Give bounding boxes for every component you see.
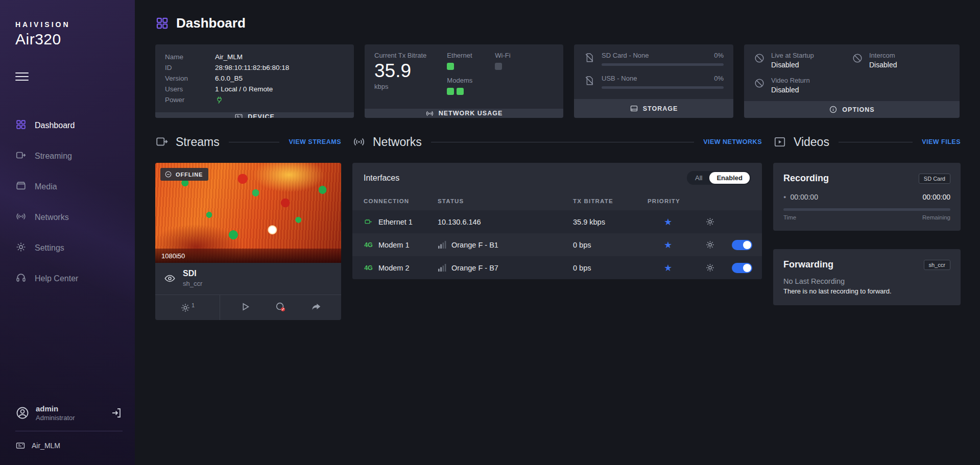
column-priority: PRIORITY xyxy=(648,198,688,204)
media-icon xyxy=(15,180,27,193)
sidebar-item-label: Settings xyxy=(35,243,64,253)
filter-all-button[interactable]: All xyxy=(688,172,709,184)
device-row[interactable]: Air_MLM xyxy=(15,440,123,451)
interfaces-title: Interfaces xyxy=(364,174,399,183)
live-at-startup-label: Live at Startup xyxy=(771,52,814,59)
stream-settings-button[interactable]: 1 xyxy=(155,295,220,320)
forwarding-title: Forwarding xyxy=(783,259,833,270)
device-name: Air_MLM xyxy=(32,442,60,450)
usb-percent: 0% xyxy=(714,75,724,82)
device-icon xyxy=(15,440,26,451)
signal-bars-icon xyxy=(438,263,446,272)
device-footer-label: DEVICE xyxy=(248,113,275,118)
ethernet-label: Ethernet xyxy=(447,52,472,59)
record-button[interactable] xyxy=(275,301,286,314)
storage-footer-button[interactable]: STORAGE xyxy=(574,99,733,118)
priority-star-icon[interactable]: ★ xyxy=(648,239,688,251)
logout-icon[interactable] xyxy=(110,407,123,419)
usb-icon xyxy=(584,75,595,86)
network-usage-footer-button[interactable]: NETWORK USAGE xyxy=(365,109,563,118)
storage-footer-label: STORAGE xyxy=(643,105,678,112)
interface-settings-button[interactable] xyxy=(688,240,732,250)
ethernet-status-indicator xyxy=(447,63,454,70)
forwarding-card: Forwarding sh_ccr No Last Recording Ther… xyxy=(773,249,961,305)
networks-panel: Networks VIEW NETWORKS Interfaces All En… xyxy=(352,133,762,320)
modem2-enable-toggle[interactable] xyxy=(732,263,752,273)
sidebar-item-networks[interactable]: Networks xyxy=(15,202,123,233)
view-streams-link[interactable]: VIEW STREAMS xyxy=(289,138,341,145)
view-files-link[interactable]: VIEW FILES xyxy=(922,138,961,145)
modem1-enable-toggle[interactable] xyxy=(732,240,752,250)
stream-subtitle: sh_ccr xyxy=(183,280,202,287)
app-window: HAIVISION Air320 Dashboard Streaming Med… xyxy=(0,0,980,465)
device-version-label: Version xyxy=(165,73,215,84)
avatar-icon xyxy=(15,406,30,420)
networks-title: Networks xyxy=(373,135,422,149)
recording-card: Recording SD Card ● 00:00:00 00:00:00 Ti… xyxy=(773,163,961,231)
stream-name: SDI xyxy=(183,269,202,278)
interface-status: Orange F - B7 xyxy=(451,264,498,272)
forwarding-subtitle: No Last Recording xyxy=(783,277,950,285)
4g-icon: 4G xyxy=(364,241,373,249)
streams-icon xyxy=(155,135,169,149)
intercom-value: Disabled xyxy=(869,61,897,69)
storage-card: SD Card - None 0% USB - None 0% xyxy=(574,44,733,118)
streams-panel: Streams VIEW STREAMS OFFLINE 1080i50 xyxy=(155,133,341,320)
4g-icon: 4G xyxy=(364,264,373,272)
interface-settings-button[interactable] xyxy=(688,263,732,273)
priority-star-icon[interactable]: ★ xyxy=(648,216,688,228)
sidebar-item-streaming[interactable]: Streaming xyxy=(15,141,123,172)
sidebar-item-label: Streaming xyxy=(35,152,72,161)
interface-name: Ethernet 1 xyxy=(378,218,413,226)
device-name-value: Air_MLM xyxy=(215,52,243,62)
sd-card-progress-bar xyxy=(602,63,724,66)
gear-icon xyxy=(705,263,715,273)
interface-status: Orange F - B1 xyxy=(451,241,498,249)
usb-label: USB - None xyxy=(602,75,637,82)
interface-bitrate: 35.9 kbps xyxy=(573,218,648,226)
options-footer-button[interactable]: OPTIONS xyxy=(744,101,960,118)
sidebar-item-media[interactable]: Media xyxy=(15,172,123,202)
sidebar-item-label: Help Center xyxy=(35,274,78,283)
dashboard-icon xyxy=(155,16,169,30)
user-role: Administrator xyxy=(36,414,75,422)
time-label: Time xyxy=(783,214,796,221)
headset-icon xyxy=(15,272,27,285)
sidebar-item-settings[interactable]: Settings xyxy=(15,233,123,263)
dashboard-icon xyxy=(15,119,27,132)
divider xyxy=(431,142,694,142)
live-at-startup-value: Disabled xyxy=(771,61,814,69)
play-button[interactable] xyxy=(240,301,251,314)
video-icon xyxy=(773,135,786,149)
gear-icon xyxy=(705,217,715,227)
forward-button[interactable] xyxy=(310,301,322,314)
sidebar-item-help-center[interactable]: Help Center xyxy=(15,263,123,294)
modem1-status-indicator xyxy=(447,88,454,95)
divider xyxy=(229,142,280,142)
device-footer-button[interactable]: DEVICE xyxy=(155,112,354,118)
sidebar-item-label: Networks xyxy=(35,213,69,222)
priority-star-icon[interactable]: ★ xyxy=(648,262,688,274)
divider xyxy=(839,142,913,142)
signal-bars-icon xyxy=(438,240,446,249)
divider xyxy=(15,431,123,431)
options-footer-label: OPTIONS xyxy=(842,106,874,113)
bitrate-label: Current Tx Bitrate xyxy=(374,52,426,59)
intercom-label: Intercom xyxy=(869,52,897,59)
sidebar-item-dashboard[interactable]: Dashboard xyxy=(15,110,123,141)
column-tx-bitrate: TX BITRATE xyxy=(573,198,648,204)
interface-settings-button[interactable] xyxy=(688,217,732,227)
sidebar-bottom: admin Administrator Air_MLM xyxy=(15,404,123,451)
stream-info: SDI sh_ccr xyxy=(155,263,341,295)
filter-enabled-button[interactable]: Enabled xyxy=(709,172,750,184)
remaining-label: Remaining xyxy=(922,214,950,221)
summary-cards: NameAir_MLM ID28:98:10:11:82:b6:80:18 Ve… xyxy=(155,44,961,118)
preview-eye-icon xyxy=(164,273,176,284)
view-networks-link[interactable]: VIEW NETWORKS xyxy=(703,138,762,145)
menu-toggle-button[interactable] xyxy=(15,72,29,81)
column-connection: CONNECTION xyxy=(364,198,438,204)
modems-label: Modems xyxy=(447,77,472,84)
sidebar-nav: Dashboard Streaming Media Networks Setti… xyxy=(15,110,123,294)
forwarding-message: There is no last recording to forward. xyxy=(783,287,950,295)
recording-time: 00:00:00 xyxy=(790,193,818,201)
